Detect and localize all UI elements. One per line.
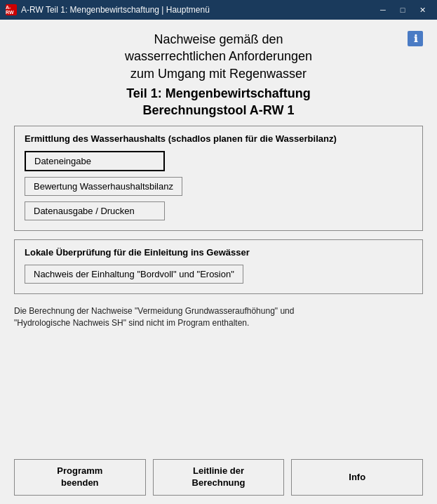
- header-title: Nachweise gemäß den wasserrechtlichen An…: [14, 31, 423, 82]
- notice-line2: "Hydrologische Nachweis SH" sind nicht i…: [14, 318, 249, 328]
- notice-line1: Die Berechnung der Nachweise "Vermeidung…: [14, 306, 294, 316]
- title-bar-controls: ─ □ ✕: [374, 3, 431, 17]
- title-bar: A-RW A-RW Teil 1: Mengenbewirtschaftung …: [0, 0, 437, 20]
- bewertung-button[interactable]: Bewertung Wasserhaushaltsbilanz: [25, 177, 182, 196]
- footer-buttons: Programm beenden Leitlinie der Berechnun…: [14, 453, 423, 496]
- section-wasserhaushalt: Ermittlung des Wasserhaushalts (schadlos…: [14, 126, 423, 231]
- top-info-icon[interactable]: ℹ: [408, 31, 423, 46]
- header-line4: Teil 1: Mengenbewirtschaftung: [126, 86, 311, 100]
- header-line5: Berechnungstool A-RW 1: [142, 103, 294, 117]
- header-title-bold: Teil 1: Mengenbewirtschaftung Berechnung…: [14, 85, 423, 119]
- nachweis-button[interactable]: Nachweis der Einhaltung "Bordvoll" und "…: [25, 265, 243, 284]
- dateneingabe-button[interactable]: Dateneingabe: [25, 151, 165, 171]
- header-line3: zum Umgang mit Regenwasser: [130, 67, 307, 81]
- header-section: Nachweise gemäß den wasserrechtlichen An…: [14, 31, 423, 119]
- header-line2: wasserrechtlichen Anforderungen: [125, 49, 312, 63]
- info-button[interactable]: Info: [291, 459, 423, 496]
- leitlinie-button[interactable]: Leitlinie der Berechnung: [153, 459, 285, 496]
- section-einleitung: Lokale Überprüfung für die Einleitung in…: [14, 239, 423, 294]
- maximize-button[interactable]: □: [394, 3, 412, 17]
- programm-beenden-button[interactable]: Programm beenden: [14, 459, 146, 496]
- minimize-button[interactable]: ─: [374, 3, 392, 17]
- close-button[interactable]: ✕: [413, 3, 431, 17]
- datenausgabe-button[interactable]: Datenausgabe / Drucken: [25, 201, 165, 220]
- main-content: Nachweise gemäß den wasserrechtlichen An…: [0, 20, 437, 504]
- header-line1: Nachweise gemäß den: [154, 32, 283, 46]
- app-icon: A-RW: [6, 4, 17, 15]
- title-bar-text: A-RW Teil 1: Mengenbewirtschaftung | Hau…: [21, 5, 374, 15]
- section1-label: Ermittlung des Wasserhaushalts (schadlos…: [25, 133, 412, 144]
- section2-label: Lokale Überprüfung für die Einleitung in…: [25, 247, 412, 258]
- notice-text: Die Berechnung der Nachweise "Vermeidung…: [14, 305, 423, 448]
